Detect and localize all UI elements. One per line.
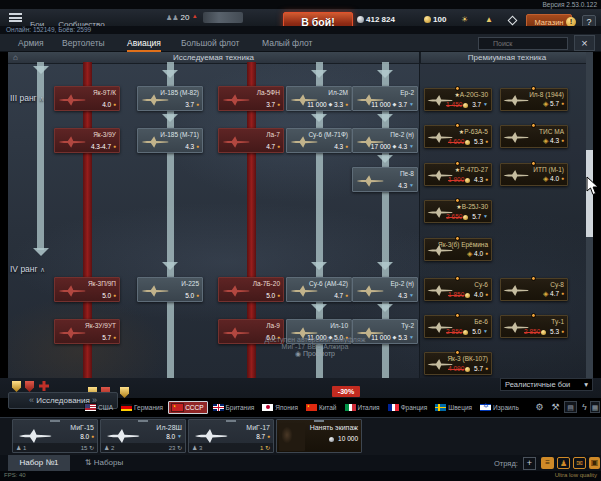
arrow-down-icon	[377, 304, 393, 312]
nation-tab-Израиль[interactable]: Израиль	[477, 402, 522, 413]
crew-slot-3[interactable]: МиГ-178.7 ●♟ 31 ↻	[188, 419, 274, 453]
arrow-down-icon	[377, 114, 393, 122]
vehicle-card-Су-6 (М-71Ф)[interactable]: Су-6 (М-71Ф)4.3 ●	[286, 128, 352, 153]
premium-vehicle-card-Ил-8 (1944)[interactable]: Ил-8 (1944)◈ 5.7 ●	[500, 88, 568, 111]
settings-gear-icon[interactable]: ⚙	[533, 401, 546, 413]
premium-vehicle-card-Су-8[interactable]: Су-8◈ 4.7 ●	[500, 278, 568, 301]
rank-3-label[interactable]: III ранг ∧	[10, 93, 44, 103]
hire-crew-slot[interactable]: Нанять экипаж 10 000	[276, 419, 362, 453]
silver-lions-balance[interactable]: 412 824	[357, 15, 395, 24]
vehicle-card-Ла-7[interactable]: Ла-74.7 ●	[218, 128, 284, 153]
nation-tab-СССР[interactable]: СССР	[168, 401, 207, 414]
tab-Авиация[interactable]: Авиация	[127, 38, 161, 48]
flag-icon-il	[480, 404, 491, 411]
booster-card-icon[interactable]	[508, 16, 518, 26]
friends-icon[interactable]: ♟	[557, 457, 570, 469]
vehicle-card-Пе-2 (н)[interactable]: Пе-2 (н)17 000 ◆ 4.3 ▼	[352, 128, 418, 153]
rank-pennant-icon[interactable]: ▲	[485, 15, 493, 24]
squad-add-button[interactable]: +	[523, 457, 536, 470]
vehicle-card-Ла-5ФН[interactable]: Ла-5ФН3.7 ●	[218, 86, 284, 111]
research-header: Исследуемая техника	[8, 52, 419, 64]
slot-handle	[50, 420, 60, 422]
vehicle-card-И-185 (М-82)[interactable]: И-185 (М-82)3.7 ●	[137, 86, 203, 111]
version-label: Версия 2.53.0.122	[0, 0, 601, 9]
squad-invites[interactable]: ♟♟20 ▲	[166, 13, 198, 22]
vehicle-card-Ер-2[interactable]: Ер-211 000 ◆ 3.7 ▼	[352, 86, 418, 111]
slot-handle	[138, 420, 148, 422]
close-tree-button[interactable]: ×	[574, 35, 595, 51]
game-mode-selector[interactable]: Реалистичные бои▾	[500, 378, 593, 391]
golden-eagle-icon	[465, 293, 470, 298]
nation-tab-Швеция[interactable]: Швеция	[432, 402, 475, 413]
gift-icon: ◈	[543, 100, 548, 107]
crew-slot-1[interactable]: МиГ-158.0 ●♟ 115 ↻	[12, 419, 98, 453]
players-icon: ♟♟	[166, 14, 179, 21]
invite-arrow-icon: ▲	[192, 13, 198, 19]
premium-marker-icon	[531, 276, 536, 281]
vehicle-card-Як-3П/9П[interactable]: Як-3П/9П5.0 ●	[54, 277, 120, 302]
hamburger-menu-icon[interactable]	[9, 13, 22, 22]
vehicle-card-Ил-2М[interactable]: Ил-2М11 000 ◆ 3.3 ●	[286, 86, 352, 111]
search-input[interactable]	[478, 37, 568, 50]
nation-tab-Италия[interactable]: Италия	[342, 402, 383, 413]
vehicle-card-Як-3У/9УТ[interactable]: Як-3У/9УТ5.7 ●	[54, 319, 120, 344]
premium-vehicle-card-P-47D-27[interactable]: ★P-47D-271 900 4.3 ●	[424, 163, 492, 186]
golden-eagles-balance[interactable]: 100	[424, 15, 446, 24]
vehicle-type-tabbar: АрмияВертолетыАвиацияБольшой флотМалый ф…	[0, 34, 601, 52]
rank-4-label[interactable]: IV ранг ∧	[10, 264, 45, 274]
bulb-icon[interactable]: ☀	[461, 15, 468, 24]
workshop-wrench-icon[interactable]: ⚒	[549, 401, 562, 413]
arrow-down-icon	[377, 70, 393, 78]
nation-tab-Британия[interactable]: Британия	[210, 402, 258, 413]
crew-number: ♟ 1	[16, 444, 26, 452]
vehicle-card-Як-9Т/К[interactable]: Як-9Т/К4.0 ●	[54, 86, 120, 111]
promo-line1: Доступен авторский камуфляж	[230, 336, 400, 343]
premium-vehicle-card-Ту-1[interactable]: Ту-12 850 5.3 ●	[500, 315, 568, 338]
promo-preview-link[interactable]: ◉ Просмотр	[230, 350, 400, 358]
arrow-down-icon	[162, 70, 178, 78]
arrow-down-icon	[311, 262, 327, 270]
vehicle-card-И-185 (М-71)[interactable]: И-185 (М-71)4.3 ●	[137, 128, 203, 153]
vehicle-card-Су-6 (АМ-42)[interactable]: Су-6 (АМ-42)4.7 ●	[286, 277, 352, 302]
premium-vehicle-card-Бе-6[interactable]: Бе-62 850 5.0 ▼	[424, 315, 492, 338]
tab-Большой флот[interactable]: Большой флот	[181, 38, 239, 48]
premium-vehicle-card-ТИС МА[interactable]: ТИС МА◈ 4.3 ●	[500, 125, 568, 148]
slot-handle	[314, 420, 324, 422]
nation-tab-Германия[interactable]: Германия	[118, 402, 166, 413]
vehicle-card-Ер-2 (н)[interactable]: Ер-2 (н)4.3 ▼	[352, 277, 418, 302]
nation-tab-Китай[interactable]: Китай	[303, 402, 340, 413]
tab-Малый флот[interactable]: Малый флот	[262, 38, 312, 48]
crew-number: ♟ 3	[192, 444, 202, 452]
nation-tabbar: СШАГерманияСССРБританияЯпонияКитайИталия…	[82, 399, 522, 415]
controls-icon[interactable]: ▤	[564, 401, 577, 413]
vehicle-card-Пе-8[interactable]: Пе-84.3 ▼	[352, 167, 418, 192]
premium-vehicle-card-Як-3(б) Ерёмина[interactable]: Як-3(б) Ерёмина◈ 4.0 ●	[424, 238, 492, 261]
player-name-blurred[interactable]	[203, 12, 243, 23]
crew-slot-2[interactable]: Ил-28Ш8.0 ▼♟ 223 ↻	[100, 419, 186, 453]
premium-marker-icon	[531, 313, 536, 318]
presets-tab[interactable]: ⇅ Наборы	[72, 455, 136, 471]
premium-vehicle-card-Су-6[interactable]: Су-61 850 4.0 ●	[424, 278, 492, 301]
premium-vehicle-card-ИТП (М-1)[interactable]: ИТП (М-1)◈ 4.0 ●	[500, 163, 568, 186]
nation-tab-США[interactable]: США	[82, 402, 116, 413]
nation-tab-Франция[interactable]: Франция	[385, 402, 431, 413]
tab-Вертолеты[interactable]: Вертолеты	[62, 38, 105, 48]
flag-icon-it	[345, 404, 356, 411]
store-promo-icon[interactable]: ▣	[589, 457, 600, 469]
nation-tab-Япония[interactable]: Япония	[259, 402, 301, 413]
premium-vehicle-card-B-25J-30[interactable]: ★B-25J-302 650 5.7 ▼	[424, 200, 492, 223]
premium-vehicle-card-Як-3 (ВК-107)[interactable]: Як-3 (ВК-107)4 090 5.7 ●	[424, 352, 492, 375]
vehicle-card-Як-3/9У[interactable]: Як-3/9У4.3-4.7 ●	[54, 128, 120, 153]
flag-icon-cn	[306, 404, 317, 411]
vehicle-card-Ла-7Б-20[interactable]: Ла-7Б-205.0 ●	[218, 277, 284, 302]
tab-Армия[interactable]: Армия	[18, 38, 44, 48]
news-list-icon[interactable]: ≡	[541, 457, 554, 469]
premium-vehicle-card-A-20G-30[interactable]: ★A-20G-301 450 3.7 ▼	[424, 88, 492, 111]
vehicle-card-И-225[interactable]: И-2255.0 ●	[137, 277, 203, 302]
chat-bubble-icon[interactable]: ✉	[573, 457, 586, 469]
panel-icon[interactable]: ▦	[590, 401, 600, 413]
fps-counter: FPS: 40	[4, 472, 26, 478]
wing-left-icon: «	[29, 395, 34, 405]
preset-tab-1[interactable]: Набор №1	[8, 455, 70, 471]
premium-vehicle-card-P-63A-5[interactable]: ★P-63A-54 600 5.3 ●	[424, 125, 492, 148]
